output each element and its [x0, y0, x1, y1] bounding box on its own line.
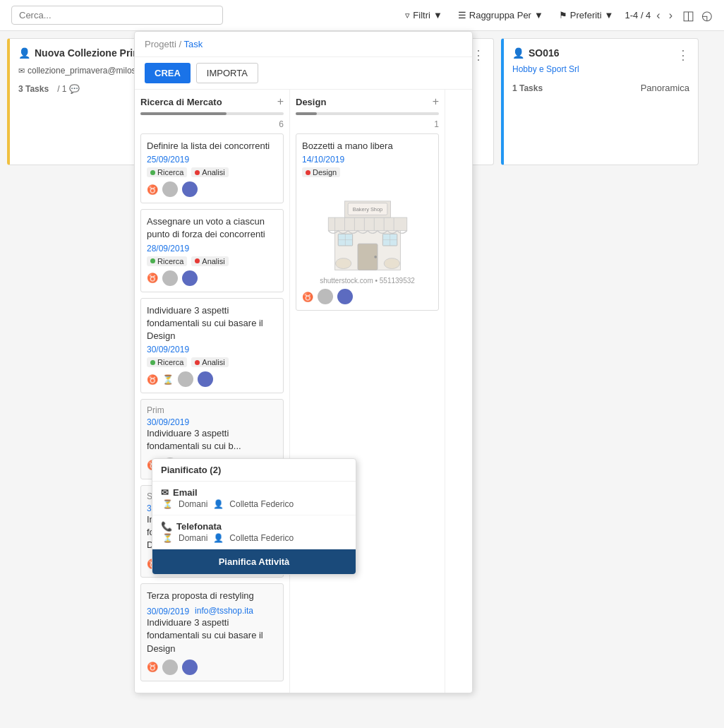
popup-header: Pianificato (2): [152, 459, 356, 482]
popup-pianificato: Pianificato (2) ✉ Email ⏳ Domani 👤 Colle…: [152, 458, 356, 575]
task-panel-header: Progetti / Task: [135, 32, 472, 57]
tag-dot-red-3: [195, 360, 200, 365]
search-input[interactable]: [11, 6, 223, 25]
avatar-2b: [182, 270, 198, 286]
kanban-col-2: Design + 1 Bozzetti a mano libera 14/10/…: [290, 90, 445, 693]
task-tags-3: Ricerca Analisi: [147, 357, 277, 367]
project-card-3: 👤 SO016 ⋮ Hobby e Sport Srl 1 Tasks Pano…: [501, 38, 699, 165]
comment-badge-1: / 1 💬: [57, 84, 79, 94]
pianifica-attivita-button[interactable]: Pianifica Attività: [152, 549, 356, 574]
popup-item-telefonata: 📞 Telefonata ⏳ Domani 👤 Colletta Federic…: [152, 515, 356, 549]
email-icon-popup: ✉: [161, 487, 169, 498]
avatar-3b: [198, 371, 213, 387]
task-actions: CREA IMPORTA: [135, 57, 472, 90]
project-company-3[interactable]: Hobby e Sport Srl: [512, 64, 689, 74]
svg-rect-1: [328, 217, 406, 231]
preferiti-button[interactable]: ⚑ Preferiti ▼: [555, 7, 618, 23]
task-footer-1: ♉: [147, 181, 277, 197]
avatar-3a: [178, 371, 193, 387]
tag-ricerca-2: Ricerca: [147, 256, 187, 266]
svg-point-21: [384, 258, 399, 269]
shop-svg: Bakery Shop: [318, 181, 417, 273]
task-card-3[interactable]: Individuare 3 aspetti fondamentali su cu…: [140, 298, 284, 394]
filter-icon: ▿: [405, 10, 410, 20]
avatar-terza: [162, 660, 178, 675]
email-icon-1: ✉: [18, 66, 25, 76]
add-task-col1[interactable]: +: [277, 95, 284, 108]
tag-ricerca-3: Ricerca: [147, 357, 187, 367]
task-card-terza[interactable]: Terza proposta di restyling 30/09/2019 i…: [140, 583, 284, 681]
phone-icon-popup: 📞: [161, 521, 172, 532]
tag-analisi-1: Analisi: [191, 167, 228, 177]
clock-icon-popup-1: ⏳: [162, 499, 173, 509]
tag-analisi-3: Analisi: [191, 357, 228, 367]
taurus-icon-2: ♉: [147, 273, 158, 283]
task-footer-terza: ♉: [147, 660, 277, 675]
raggruppa-button[interactable]: ☰ Raggruppa Per ▼: [454, 7, 548, 23]
svg-point-20: [335, 258, 351, 269]
avatar-design-a: [318, 289, 333, 304]
pagination: 1-4 / 4 ‹ ›: [625, 8, 675, 23]
avatar-2a: [162, 270, 178, 286]
add-task-col2[interactable]: +: [433, 95, 439, 108]
task-footer-2: ♉: [147, 270, 277, 286]
project-footer-3: 1 Tasks Panoramica: [512, 83, 689, 93]
chevron-down-icon: ▼: [433, 10, 442, 20]
shop-illustration: Bakery Shop: [315, 181, 421, 285]
filtri-button[interactable]: ▿ Filtri ▼: [401, 7, 446, 23]
importa-button[interactable]: IMPORTA: [196, 63, 258, 83]
panoramica-link[interactable]: Panoramica: [641, 83, 689, 93]
kanban-col-header-2: Design +: [296, 95, 439, 108]
list-icon: ☰: [458, 10, 466, 20]
kanban-col-header-1: Ricerca di Mercato +: [140, 95, 284, 108]
svg-text:Bakery Shop: Bakery Shop: [352, 206, 382, 213]
grid-view-icon[interactable]: ◫: [682, 8, 694, 23]
clock-icon[interactable]: ◵: [701, 8, 713, 23]
taurus-icon-1: ♉: [147, 184, 158, 195]
next-page-button[interactable]: ›: [666, 8, 675, 23]
kanban-progress-1: [140, 112, 284, 115]
project-menu-3[interactable]: ⋮: [677, 47, 689, 63]
kanban-col-1: Ricerca di Mercato + 6 Definire la lista…: [135, 90, 290, 693]
kanban-area: Ricerca di Mercato + 6 Definire la lista…: [135, 90, 472, 693]
person-icon-popup-2: 👤: [213, 533, 224, 543]
task-tags-1: Ricerca Analisi: [147, 167, 277, 177]
project-header-3: 👤 SO016 ⋮: [512, 47, 689, 63]
avatar-terza-b: [182, 660, 198, 675]
project-icon-3: 👤: [512, 47, 524, 59]
kanban-progress-2: [296, 112, 439, 115]
task-card-2[interactable]: Assegnare un voto a ciascun punto di for…: [140, 209, 284, 292]
popup-item-email: ✉ Email ⏳ Domani 👤 Colletta Federico: [152, 482, 356, 515]
taurus-icon-3: ♉: [147, 374, 158, 385]
project-menu-2[interactable]: ⋮: [472, 47, 485, 63]
task-prim-prefix: Prim: [147, 405, 277, 415]
avatar-1b: [182, 181, 198, 197]
tag-dot-green-3: [150, 360, 155, 365]
toolbar: ▿ Filtri ▼ ☰ Raggruppa Per ▼ ⚑ Preferiti…: [401, 7, 713, 23]
task-footer-3: ♉ ⏳: [147, 371, 277, 387]
project-icon-1: 👤: [18, 47, 30, 59]
task-card-1[interactable]: Definire la lista dei concorrenti 25/09/…: [140, 133, 284, 203]
task-panel: Progetti / Task CREA IMPORTA Ricerca di …: [134, 31, 473, 693]
topbar: ▿ Filtri ▼ ☰ Raggruppa Per ▼ ⚑ Preferiti…: [0, 0, 724, 31]
chevron-down-icon2: ▼: [534, 10, 543, 20]
breadcrumb-task: Task: [183, 39, 203, 49]
prev-page-button[interactable]: ‹: [653, 8, 663, 23]
bookmark-icon: ⚑: [559, 10, 567, 20]
taurus-icon-terza: ♉: [147, 662, 158, 672]
task-footer-design: ♉: [302, 289, 433, 304]
task-card-design[interactable]: Bozzetti a mano libera 14/10/2019 Design: [296, 133, 439, 311]
task-tags-2: Ricerca Analisi: [147, 256, 277, 266]
person-icon-popup-1: 👤: [213, 499, 224, 509]
tag-design: Design: [302, 167, 340, 177]
breadcrumb: Progetti / Task: [145, 39, 203, 49]
main-area: 👤 Nuova Collezione Primavera ⋮ ✉ collezi…: [0, 31, 724, 172]
tag-dot-green: [150, 170, 155, 175]
tag-dot-red: [195, 170, 200, 175]
tag-ricerca-1: Ricerca: [147, 167, 187, 177]
crea-button[interactable]: CREA: [145, 63, 191, 83]
tag-dot-green-2: [150, 258, 155, 263]
avatar-1a: [162, 181, 178, 197]
timer-icon-3: ⏳: [162, 374, 174, 385]
clock-icon-popup-2: ⏳: [162, 533, 173, 543]
